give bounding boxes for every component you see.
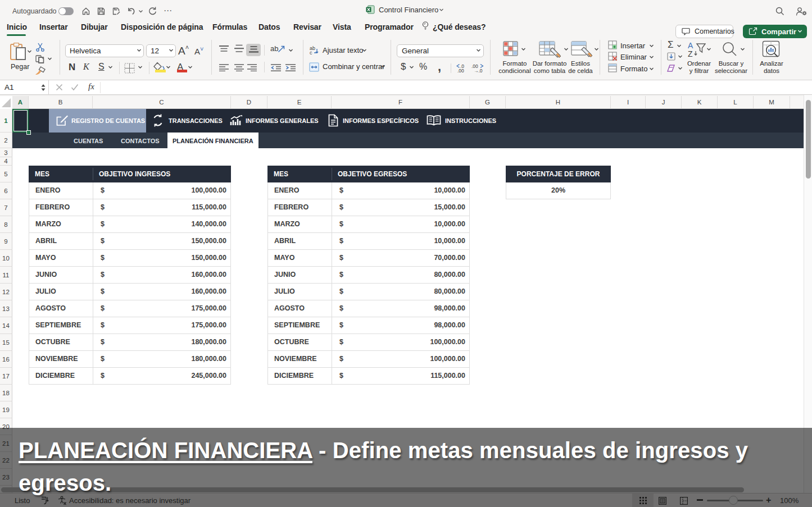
svg-text:Z: Z [688, 49, 693, 58]
svg-text:A: A [688, 41, 693, 50]
svg-text:.00: .00 [457, 68, 464, 73]
svg-text:→.0: →.0 [474, 68, 483, 73]
svg-text:c: c [310, 50, 312, 55]
